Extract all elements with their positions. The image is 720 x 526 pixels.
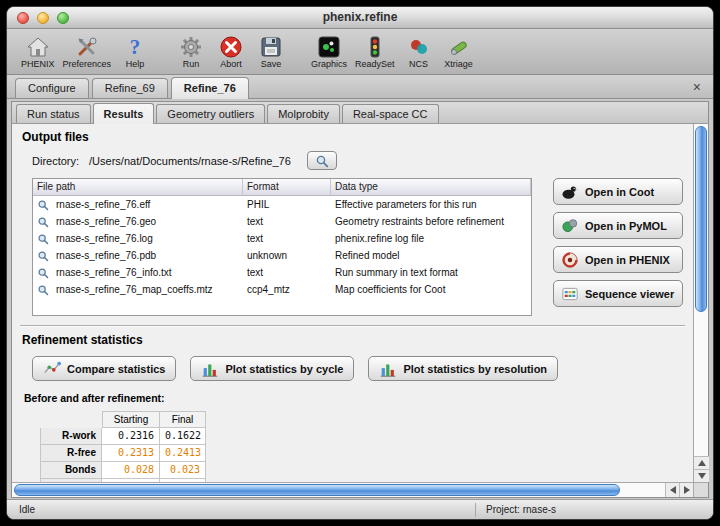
- vertical-scroll-arrows: [694, 456, 709, 482]
- window-controls: [17, 12, 69, 24]
- minimize-window-button[interactable]: [37, 12, 49, 24]
- file-datatype: Run summary in text format: [331, 267, 531, 278]
- graphics-icon: [317, 35, 341, 59]
- toolbar-xtriage-button[interactable]: Xtriage: [439, 30, 479, 74]
- file-datatype: Refined model: [331, 250, 531, 261]
- horizontal-scroll-thumb[interactable]: [14, 484, 620, 496]
- title-bar[interactable]: phenix.refine: [7, 7, 713, 29]
- stat-row-label: R-free: [40, 445, 102, 462]
- abort-icon: [219, 35, 243, 59]
- statistics-buttons: Compare statistics Plot statistics by cy…: [32, 356, 693, 381]
- file-format: text: [243, 233, 331, 244]
- app-window: phenix.refine PHENIX Preferences ? Help …: [6, 6, 714, 520]
- toolbar-abort-button[interactable]: Abort: [211, 30, 251, 74]
- column-header-file-path[interactable]: File path: [33, 179, 243, 195]
- file-path: rnase-s_refine_76_map_coeffs.mtz: [52, 284, 217, 295]
- toolbar-label: Xtriage: [444, 59, 473, 69]
- toolbar-preferences-button[interactable]: Preferences: [59, 30, 116, 74]
- file-format: text: [243, 267, 331, 278]
- plot-by-resolution-button[interactable]: Plot statistics by resolution: [368, 356, 558, 381]
- file-format: ccp4_mtz: [243, 284, 331, 295]
- toolbar-readyset-button[interactable]: ReadySet: [351, 30, 399, 74]
- close-tab-icon[interactable]: ×: [689, 76, 705, 98]
- tab-configure[interactable]: Configure: [15, 78, 89, 98]
- tab-refine-69[interactable]: Refine_69: [92, 78, 168, 98]
- file-row[interactable]: rnase-s_refine_76.log text phenix.refine…: [33, 230, 531, 247]
- toolbar-run-button[interactable]: Run: [171, 30, 211, 74]
- toolbar-phenix-button[interactable]: PHENIX: [17, 30, 59, 74]
- toolbar-graphics-button[interactable]: Graphics: [307, 30, 351, 74]
- file-row[interactable]: rnase-s_refine_76_map_coeffs.mtz ccp4_mt…: [33, 281, 531, 298]
- output-files-heading: Output files: [22, 130, 693, 144]
- compare-statistics-button[interactable]: Compare statistics: [32, 356, 176, 381]
- svg-text:?: ?: [130, 35, 141, 59]
- toolbar-label: Preferences: [63, 59, 112, 69]
- toolbar-label: Help: [126, 59, 145, 69]
- file-path: rnase-s_refine_76_info.txt: [52, 267, 176, 278]
- directory-row: Directory: /Users/nat/Documents/rnase-s/…: [32, 151, 693, 170]
- ncs-icon: [407, 35, 431, 59]
- plot-by-cycle-button[interactable]: Plot statistics by cycle: [190, 356, 354, 381]
- horizontal-scrollbar[interactable]: [12, 482, 693, 497]
- toolbar-ncs-button[interactable]: NCS: [399, 30, 439, 74]
- zoom-window-button[interactable]: [57, 12, 69, 24]
- home-icon: [26, 35, 50, 59]
- tab-results[interactable]: Results: [93, 103, 155, 124]
- tab-refine-76[interactable]: Refine_76: [171, 77, 249, 99]
- column-header-format[interactable]: Format: [243, 179, 331, 195]
- file-path: rnase-s_refine_76.log: [52, 233, 157, 244]
- scroll-left-icon[interactable]: [665, 483, 679, 497]
- open-in-pymol-button[interactable]: Open in PyMOL: [553, 212, 683, 239]
- tools-icon: [75, 35, 99, 59]
- open-in-phenix-button[interactable]: Open in PHENIX: [553, 246, 683, 273]
- stat-value: 0.028: [102, 462, 160, 479]
- file-path: rnase-s_refine_76.geo: [52, 216, 160, 227]
- close-window-button[interactable]: [17, 12, 29, 24]
- scroll-up-icon[interactable]: [694, 456, 709, 469]
- status-text: Idle: [7, 504, 475, 515]
- vertical-scroll-thumb[interactable]: [695, 126, 707, 312]
- tab-molprobity[interactable]: Molprobity: [267, 104, 340, 123]
- refinement-stats-table: Starting Final R-work 0.2316 0.1622 R-fr…: [40, 411, 693, 482]
- pymol-icon: [560, 217, 580, 235]
- toolbar-save-button[interactable]: Save: [251, 30, 291, 74]
- window-title: phenix.refine: [7, 7, 713, 28]
- output-files-table[interactable]: File path Format Data type rnase-s_refin…: [32, 178, 532, 316]
- column-header-data-type[interactable]: Data type: [331, 179, 531, 195]
- magnifier-icon: [37, 284, 49, 296]
- file-row[interactable]: rnase-s_refine_76.geo text Geometry rest…: [33, 213, 531, 230]
- file-row[interactable]: rnase-s_refine_76_info.txt text Run summ…: [33, 264, 531, 281]
- open-in-coot-button[interactable]: Open in Coot: [553, 178, 683, 205]
- file-row[interactable]: rnase-s_refine_76.eff PHIL Effective par…: [33, 196, 531, 213]
- tab-run-status[interactable]: Run status: [16, 104, 91, 123]
- file-row[interactable]: rnase-s_refine_76.pdb unknown Refined mo…: [33, 247, 531, 264]
- scroll-down-icon[interactable]: [694, 469, 709, 482]
- project-label: Project: rnase-s: [476, 504, 556, 515]
- file-datatype: Map coefficients for Coot: [331, 284, 531, 295]
- toolbar-label: Abort: [220, 59, 242, 69]
- status-bar: Idle Project: rnase-s: [7, 499, 713, 519]
- before-after-label: Before and after refinement:: [24, 392, 693, 404]
- toolbar-help-button[interactable]: ? Help: [115, 30, 155, 74]
- browse-directory-button[interactable]: [307, 151, 337, 170]
- magnifier-icon: [315, 154, 329, 168]
- sequence-viewer-button[interactable]: Sequence viewer: [553, 280, 683, 307]
- toolbar-label: Graphics: [311, 59, 347, 69]
- stat-value: 0.2313: [102, 445, 160, 462]
- scrollbar-corner: [693, 482, 708, 497]
- save-icon: [259, 35, 283, 59]
- tab-geometry-outliers[interactable]: Geometry outliers: [156, 104, 265, 123]
- scroll-right-icon[interactable]: [679, 483, 693, 497]
- vertical-scrollbar[interactable]: [693, 124, 708, 482]
- button-label: Open in Coot: [585, 186, 654, 198]
- file-format: PHIL: [243, 199, 331, 210]
- magnifier-icon: [37, 267, 49, 279]
- file-path: rnase-s_refine_76.eff: [52, 199, 154, 210]
- stats-corner-cell: [40, 411, 102, 428]
- toolbar-label: PHENIX: [21, 59, 55, 69]
- main-tab-bar: Configure Refine_69 Refine_76 ×: [7, 75, 713, 99]
- file-action-buttons: Open in Coot Open in PyMOL Open in PHENI…: [553, 178, 683, 307]
- stat-value: 0.2316: [102, 428, 160, 445]
- sub-tab-bar: Run status Results Geometry outliers Mol…: [12, 102, 708, 124]
- tab-real-space-cc[interactable]: Real-space CC: [342, 104, 439, 123]
